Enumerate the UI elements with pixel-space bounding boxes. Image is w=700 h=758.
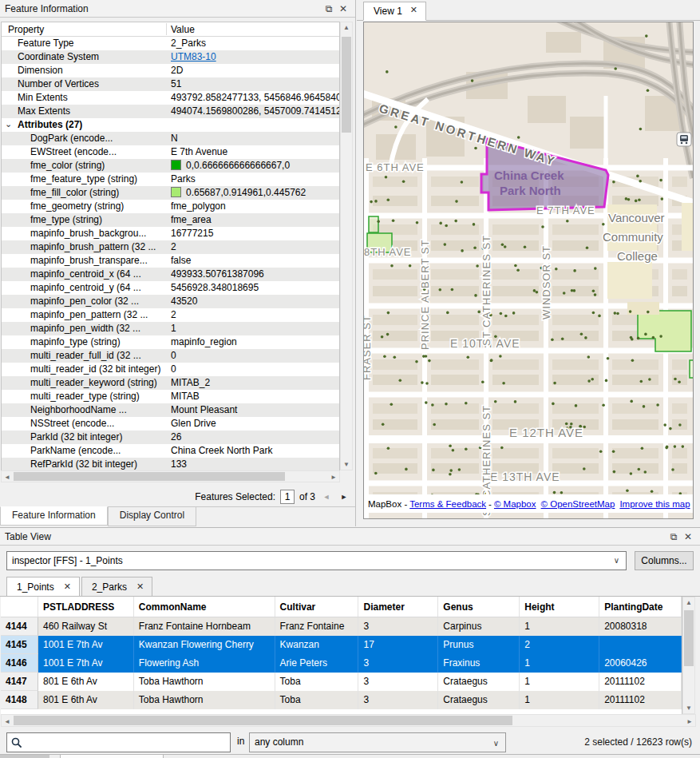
property-row[interactable]: fme_color (string)0,0.666666666666667,0 — [2, 159, 339, 173]
property-row[interactable]: multi_reader_id (32 bit integer)0 — [2, 363, 339, 376]
table-cell[interactable]: 3 — [358, 691, 438, 709]
table-cell[interactable]: Kwanzan Flowering Cherry — [134, 636, 275, 654]
property-row[interactable]: Max Extents494074.1569800286, 5457009.74… — [2, 105, 339, 118]
column-header-diameter[interactable]: Diameter — [358, 597, 438, 617]
property-row[interactable]: mapinfo_pen_width (32 ...1 — [2, 322, 339, 335]
column-divider[interactable] — [166, 23, 167, 35]
bottom-tab-stub[interactable] — [60, 755, 164, 758]
table-cell[interactable]: 460 Railway St — [38, 617, 134, 636]
property-row[interactable]: multi_reader_type (string)MITAB — [2, 390, 339, 403]
tab-feature-information[interactable]: Feature Information — [0, 506, 108, 526]
feature-info-horizontal-scrollbar[interactable]: ◄ ► — [1, 470, 340, 482]
table-cell[interactable]: 1 — [520, 617, 599, 636]
table-cell[interactable]: Franz Fontaine Hornbeam — [134, 617, 275, 636]
property-row[interactable]: Dimension2D — [2, 64, 339, 77]
property-row[interactable]: NeighborhoodName ...Mount Pleasant — [2, 403, 339, 417]
columns-button[interactable]: Columns... — [635, 551, 694, 570]
tab-view-1[interactable]: View 1 ✕ — [363, 2, 426, 21]
property-row[interactable]: mapinfo_brush_backgrou...16777215 — [2, 227, 339, 240]
table-cell[interactable]: Franz Fontaine — [275, 617, 359, 636]
tab-2-parks[interactable]: 2_Parks ✕ — [81, 577, 152, 597]
table-cell[interactable]: Flowering Ash — [134, 654, 275, 673]
table-cell[interactable]: 20111102 — [599, 691, 682, 709]
float-panel-icon[interactable]: ⧉ — [322, 2, 336, 15]
table-cell[interactable]: 1001 E 7th Av — [38, 636, 134, 654]
property-row[interactable]: mapinfo_centroid_x (64 ...493933.5076138… — [2, 268, 339, 281]
row-number[interactable]: 4146 — [1, 654, 38, 673]
next-feature-icon[interactable]: ► — [338, 493, 350, 501]
column-header-genus[interactable]: Genus — [438, 597, 520, 617]
table-cell[interactable]: 3 — [358, 617, 438, 636]
scroll-down-icon[interactable]: ▼ — [683, 704, 694, 712]
table-cell[interactable]: Toba — [275, 673, 359, 691]
close-panel-icon[interactable]: ✕ — [681, 530, 695, 543]
table-cell[interactable]: Toba Hawthorn — [134, 673, 275, 691]
search-input[interactable] — [26, 735, 230, 751]
table-cell[interactable]: 2 — [520, 636, 599, 654]
table-cell[interactable]: 1001 E 7th Av — [38, 654, 134, 673]
property-row[interactable]: EWStreet (encode...E 7th Avenue — [2, 145, 339, 159]
property-row[interactable]: mapinfo_pen_pattern (32 ...2 — [2, 308, 339, 322]
coordinate-system-link[interactable]: UTM83-10 — [171, 51, 216, 62]
features-selected-input[interactable]: 1 — [280, 490, 295, 504]
property-row[interactable]: fme_type (string)fme_area — [2, 213, 339, 227]
table-row[interactable]: 4144460 Railway StFranz Fontaine Hornbea… — [1, 617, 682, 636]
column-header-height[interactable]: Height — [520, 597, 599, 617]
table-cell[interactable]: 17 — [358, 636, 438, 654]
scroll-left-icon[interactable]: ◄ — [4, 718, 10, 725]
table-cell[interactable]: 3 — [358, 673, 438, 691]
tab-1-points[interactable]: 1_Points ✕ — [6, 577, 80, 597]
table-row[interactable]: 4148801 E 6th AvToba HawthornToba3Cratae… — [1, 691, 682, 709]
property-column-header[interactable]: Property — [8, 24, 44, 35]
map-canvas[interactable]: GREAT NORTHERN WAYE 6TH AVEE 7TH AVE8TH … — [363, 22, 694, 519]
corner-header[interactable] — [1, 597, 38, 617]
property-row[interactable]: mapinfo_centroid_y (64 ...5456928.348018… — [2, 281, 339, 295]
property-row[interactable]: fme_fill_color (string)0.65687,0.914961,… — [2, 186, 339, 200]
terms-feedback-link[interactable]: Terms & Feedback — [409, 499, 486, 509]
search-column-select[interactable]: any column ∨ — [249, 732, 506, 752]
table-cell[interactable]: 801 E 6th Av — [38, 673, 134, 691]
table-horizontal-scrollbar[interactable]: ◄ ► — [1, 714, 696, 727]
column-header-commonname[interactable]: CommonName — [134, 597, 275, 617]
table-cell[interactable]: Crataegus — [438, 673, 520, 691]
scrollbar-thumb[interactable] — [684, 610, 694, 666]
property-row[interactable]: Number of Vertices51 — [2, 77, 339, 91]
scroll-down-icon[interactable]: ▼ — [341, 461, 352, 468]
property-row[interactable]: RefParkId (32 bit integer)133 — [2, 458, 339, 471]
improve-map-link[interactable]: Improve this map — [619, 499, 690, 509]
table-cell[interactable]: 20080318 — [599, 617, 682, 636]
scroll-up-icon[interactable]: ▲ — [341, 24, 352, 31]
table-cell[interactable]: 3 — [358, 654, 438, 673]
feature-info-vertical-scrollbar[interactable]: ▲ ▼ — [340, 22, 353, 470]
property-row[interactable]: mapinfo_brush_transpare...false — [2, 254, 339, 268]
close-view-icon[interactable]: ✕ — [410, 5, 417, 20]
table-cell[interactable]: Fraxinus — [438, 654, 520, 673]
column-header-plantingdate[interactable]: PlantingDate — [599, 597, 682, 617]
previous-feature-icon[interactable]: ◄ — [320, 493, 333, 501]
scrollbar-thumb[interactable] — [14, 716, 512, 725]
property-row[interactable]: DogPark (encode...N — [2, 132, 339, 145]
table-cell[interactable]: Arie Peters — [275, 654, 359, 673]
float-panel-icon[interactable]: ⧉ — [666, 530, 681, 543]
table-cell[interactable]: Crataegus — [438, 691, 520, 709]
scrollbar-thumb[interactable] — [342, 37, 351, 133]
property-row[interactable]: ParkId (32 bit integer)26 — [2, 431, 339, 444]
table-row[interactable]: 41451001 E 7th AvKwanzan Flowering Cherr… — [1, 636, 682, 654]
property-row[interactable]: Feature Type2_Parks — [2, 37, 339, 50]
row-number[interactable]: 4144 — [1, 617, 38, 636]
column-header-pstladdress[interactable]: PSTLADDRESS — [38, 597, 134, 617]
scroll-right-icon[interactable]: ► — [330, 474, 337, 481]
close-tab-icon[interactable]: ✕ — [64, 581, 71, 596]
property-row[interactable]: multi_reader_keyword (string)MITAB_2 — [2, 376, 339, 390]
tab-display-control[interactable]: Display Control — [108, 507, 196, 526]
property-value[interactable]: UTM83-10 — [171, 50, 339, 64]
table-cell[interactable]: 20060426 — [599, 654, 682, 673]
table-cell[interactable] — [599, 636, 682, 654]
scroll-right-icon[interactable]: ► — [686, 718, 693, 725]
table-cell[interactable]: Carpinus — [438, 617, 520, 636]
property-row[interactable]: mapinfo_brush_pattern (32 ...2 — [2, 240, 339, 254]
property-row[interactable]: ParkName (encode...China Creek North Par… — [2, 444, 339, 458]
row-number[interactable]: 4148 — [1, 691, 38, 709]
table-cell[interactable]: 801 E 6th Av — [38, 691, 134, 709]
dataset-select[interactable]: inspector [FFS] - 1_Points ∨ — [6, 551, 627, 570]
